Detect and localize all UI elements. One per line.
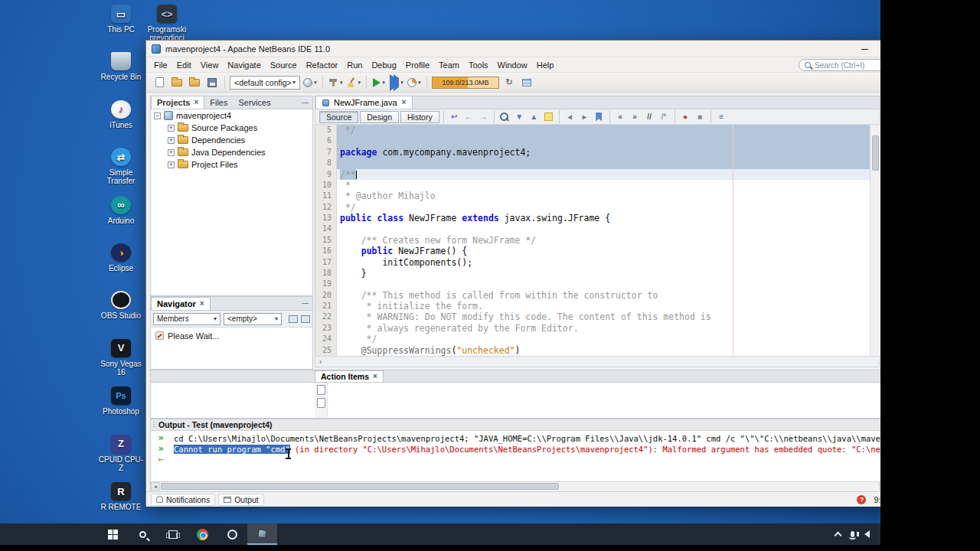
shift-line-right-icon[interactable]: » xyxy=(629,111,642,123)
find-previous-occurrence-icon[interactable]: ▲ xyxy=(528,111,541,123)
code-line[interactable]: 6 xyxy=(315,135,880,146)
menu-run[interactable]: Run xyxy=(342,59,367,71)
output-line[interactable]: Cannot run program "cmd" (in directory "… xyxy=(174,445,880,455)
rerun-icon[interactable]: » xyxy=(158,434,163,442)
code-line[interactable]: 12 */ xyxy=(315,202,880,213)
diff-icon[interactable]: ≡ xyxy=(715,111,728,123)
code-line[interactable]: 20 /** This method is called from within… xyxy=(315,290,880,301)
expand-handle-icon[interactable]: + xyxy=(168,161,175,168)
tab-files[interactable]: Files xyxy=(204,96,233,109)
code-line[interactable]: 22 * WARNING: Do NOT modify this code. T… xyxy=(315,311,880,322)
scrollbar-thumb[interactable] xyxy=(161,483,559,490)
scroll-right-arrow[interactable]: ▸ xyxy=(879,482,880,491)
desktop-icon-simple-transfer[interactable]: ⇄Simple Transfer xyxy=(98,148,144,185)
expand-handle-icon[interactable]: + xyxy=(168,125,175,132)
find-next-occurrence-icon[interactable]: ▼ xyxy=(513,111,526,123)
desktop-icon-sony-vegas-16[interactable]: VSony Vegas 16 xyxy=(98,339,144,377)
editor-breadcrumb-bar[interactable]: › xyxy=(315,356,880,367)
menu-help[interactable]: Help xyxy=(532,59,559,71)
tab-projects[interactable]: Projects× xyxy=(151,96,204,109)
menu-file[interactable]: File xyxy=(149,59,172,71)
menu-view[interactable]: View xyxy=(196,59,224,71)
close-icon[interactable]: × xyxy=(200,300,204,308)
taskbar-netbeans-button[interactable] xyxy=(247,523,277,545)
comment-icon[interactable]: // xyxy=(643,111,656,123)
taskbar-chrome-button[interactable] xyxy=(188,523,217,545)
filter-current-file-icon[interactable] xyxy=(317,385,325,395)
stop-macro-recording-icon[interactable]: ■ xyxy=(694,111,707,123)
memory-indicator[interactable]: 109.0/213.0MB xyxy=(432,77,499,89)
uncomment-icon[interactable]: /* xyxy=(658,111,671,123)
expand-handle-icon[interactable]: + xyxy=(168,149,175,156)
save-all-icon[interactable] xyxy=(204,75,220,90)
view-button-history[interactable]: History xyxy=(400,111,439,123)
desktop-icon-r-remote[interactable]: RR REMOTE xyxy=(98,482,144,511)
shift-line-left-icon[interactable]: « xyxy=(614,111,627,123)
code-line[interactable]: 11 * @author Mihajlo xyxy=(315,191,880,201)
desktop-icon-arduino[interactable]: ∞Arduino xyxy=(98,196,144,225)
code-line[interactable]: 25 @SuppressWarnings("unchecked") xyxy=(315,345,880,356)
microphone-icon[interactable] xyxy=(851,531,854,537)
menu-source[interactable]: Source xyxy=(266,59,302,71)
tab-services[interactable]: Services xyxy=(234,96,276,109)
desktop-icon-cpuid-cpu-z[interactable]: ZCPUID CPU-Z xyxy=(98,435,144,472)
minimize-button[interactable] xyxy=(851,41,878,57)
desktop-icon-this-pc[interactable]: ▭This PC xyxy=(98,5,144,34)
code-line[interactable]: 13public class NewJFrame extends javax.s… xyxy=(315,213,880,223)
desktop-icon-itunes[interactable]: ♪iTunes xyxy=(98,100,144,129)
output-line[interactable]: cd C:\Users\Mihajlo\Documents\NetBeansPr… xyxy=(174,434,880,445)
menu-navigate[interactable]: Navigate xyxy=(223,59,265,71)
desktop-icon-programski-prevodioci[interactable]: <>Programski prevodioci xyxy=(144,5,190,42)
minimize-panel-icon[interactable]: — xyxy=(302,299,309,307)
tab-newjframe-java[interactable]: NewJFrame.java × xyxy=(315,96,413,109)
editor-vertical-scrollbar[interactable] xyxy=(870,125,880,356)
quick-search-input[interactable]: Search (Ctrl+I) xyxy=(799,59,880,71)
tree-item-project-files[interactable]: +Project Files xyxy=(151,158,312,171)
code-line[interactable]: 7package com.mycompany.mavenproject4; xyxy=(315,147,880,158)
next-bookmark-icon[interactable]: ▸ xyxy=(578,111,591,123)
collapse-handle-icon[interactable]: − xyxy=(154,112,161,119)
output-window-button[interactable]: Output xyxy=(218,494,264,506)
hidden-icons-chevron[interactable] xyxy=(835,532,842,540)
clean-build-project-icon[interactable] xyxy=(346,75,362,90)
jump-forward-icon[interactable]: → xyxy=(477,111,490,123)
open-project-icon[interactable] xyxy=(187,75,202,90)
close-tab-icon[interactable]: × xyxy=(402,99,407,106)
toggle-highlight-icon[interactable] xyxy=(542,111,555,123)
find-selection-icon[interactable] xyxy=(498,111,511,123)
desktop-icon-recycle-bin[interactable]: Recycle Bin xyxy=(98,52,144,81)
code-line[interactable]: 5 */ xyxy=(315,125,880,135)
jump-back-icon[interactable]: ← xyxy=(462,111,475,123)
start-macro-recording-icon[interactable]: ● xyxy=(679,111,692,123)
scrollbar-thumb[interactable] xyxy=(872,135,879,171)
output-header[interactable]: Output - Test (mavenproject4) xyxy=(151,419,880,431)
new-project-icon[interactable] xyxy=(169,75,185,90)
view-button-source[interactable]: Source xyxy=(319,111,358,123)
last-edit-icon[interactable]: ↩ xyxy=(448,111,461,123)
view-button-design[interactable]: Design xyxy=(360,111,399,123)
output-console[interactable]: »»← cd C:\Users\Mihajlo\Documents\NetBea… xyxy=(151,431,880,481)
navigator-filter-icon[interactable] xyxy=(301,315,310,323)
menu-edit[interactable]: Edit xyxy=(172,59,196,71)
menu-tools[interactable]: Tools xyxy=(464,59,493,71)
menu-team[interactable]: Team xyxy=(434,59,464,71)
code-line[interactable]: 19 xyxy=(315,279,880,289)
garbage-collect-icon[interactable]: ↻ xyxy=(501,75,517,90)
toggle-bookmark-icon[interactable] xyxy=(593,111,606,123)
code-line[interactable]: 15 /** Creates new form NewJFrame */ xyxy=(315,235,880,246)
navigator-sort-icon[interactable] xyxy=(289,315,298,323)
error-badge[interactable]: ? xyxy=(857,495,866,504)
tab-action-items[interactable]: Action Items × xyxy=(315,370,384,382)
profile-project-icon[interactable] xyxy=(407,75,422,90)
code-line[interactable]: 14 xyxy=(315,223,880,234)
output-horizontal-scrollbar[interactable]: ◂ ▸ xyxy=(151,481,880,491)
code-line[interactable]: 17 initComponents(); xyxy=(315,257,880,268)
filter-scope-icon[interactable] xyxy=(317,398,325,408)
heap-walker-icon[interactable] xyxy=(519,75,534,90)
tree-item-source-packages[interactable]: +Source Packages xyxy=(151,122,312,134)
expand-handle-icon[interactable]: + xyxy=(168,137,175,144)
run-project-icon[interactable] xyxy=(371,75,387,90)
notifications-button[interactable]: Notifications xyxy=(151,494,215,506)
code-line[interactable]: 10 * xyxy=(315,180,880,191)
desktop-icon-photoshop[interactable]: PsPhotoshop xyxy=(98,386,144,416)
